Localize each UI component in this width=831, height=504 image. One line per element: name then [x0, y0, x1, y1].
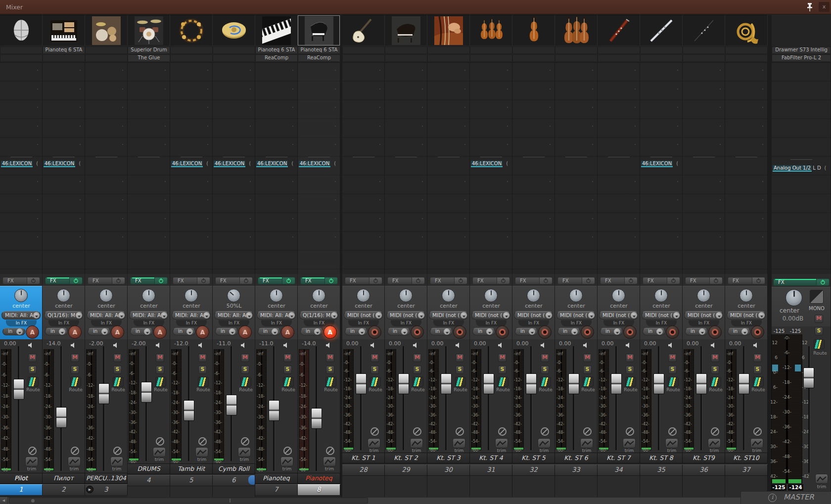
- fader-handle[interactable]: [98, 383, 109, 404]
- solo-button[interactable]: S: [283, 366, 292, 374]
- chevron-down-icon[interactable]: [161, 312, 167, 319]
- fx-slot-label[interactable]: [0, 54, 43, 62]
- info-icon[interactable]: i: [768, 494, 777, 502]
- master-output-send[interactable]: Analog Out 1/2L D(: [773, 165, 827, 172]
- fx-power-icon[interactable]: [582, 277, 595, 284]
- chevron-down-icon[interactable]: [33, 312, 40, 319]
- fader-track[interactable]: [145, 346, 147, 461]
- track-name[interactable]: Kt. ST 1: [342, 453, 385, 463]
- fx-slot-label[interactable]: [512, 46, 555, 54]
- fx-slot-label[interactable]: [85, 46, 128, 54]
- volume-readout[interactable]: -11.0: [255, 340, 279, 347]
- fx-slot-label[interactable]: [640, 54, 683, 62]
- send-name[interactable]: 46:LEXICON: [44, 161, 75, 167]
- fx-button[interactable]: FX: [88, 277, 125, 284]
- solo-button[interactable]: S: [626, 366, 634, 374]
- chevron-down-icon[interactable]: [203, 312, 210, 319]
- pan-knob[interactable]: [442, 289, 455, 302]
- fader-track[interactable]: [103, 346, 104, 471]
- fx-slot-label[interactable]: ReaComp: [298, 54, 340, 62]
- chevron-down-icon[interactable]: [699, 328, 705, 335]
- volume-readout[interactable]: 0.00: [598, 340, 621, 347]
- fader-handle[interactable]: [13, 379, 24, 400]
- close-button[interactable]: x: [819, 2, 830, 12]
- volume-readout[interactable]: -14.0: [43, 340, 66, 347]
- fx-slot-label[interactable]: [683, 54, 725, 62]
- send-name[interactable]: 46:LEXICON: [214, 161, 245, 167]
- fx-button[interactable]: FX: [2, 277, 40, 284]
- track-name[interactable]: Pilot: [0, 473, 43, 484]
- mute-button[interactable]: M: [456, 354, 464, 362]
- volume-readout[interactable]: -14.0: [298, 340, 322, 347]
- fader-track[interactable]: [18, 346, 19, 471]
- output-name[interactable]: Analog Out 1/2: [773, 165, 812, 172]
- record-arm-button[interactable]: [581, 325, 594, 339]
- track-icon-bass-guitar[interactable]: [342, 15, 385, 46]
- mute-button[interactable]: M: [583, 354, 592, 362]
- send-name[interactable]: 46:LEXICON: [471, 161, 503, 167]
- mute-button[interactable]: M: [326, 354, 334, 362]
- phase-button[interactable]: [413, 427, 421, 436]
- solo-button[interactable]: S: [198, 366, 207, 374]
- send-slot[interactable]: 46:LEXICON(: [171, 161, 208, 168]
- volume-readout[interactable]: -2.00: [85, 340, 109, 347]
- master-fader-track[interactable]: [808, 346, 810, 473]
- chevron-down-icon[interactable]: [16, 328, 23, 335]
- phase-button[interactable]: [583, 427, 592, 436]
- track-name[interactable]: DRUMS: [128, 463, 170, 474]
- send-name[interactable]: 46:LEXICON: [256, 161, 288, 167]
- mute-button[interactable]: M: [413, 354, 421, 362]
- record-arm-button[interactable]: [666, 325, 679, 339]
- phase-button[interactable]: [28, 447, 37, 455]
- track-icon-violin-pizz[interactable]: [427, 15, 470, 46]
- route-button[interactable]: [455, 377, 466, 387]
- send-slot[interactable]: 46:LEXICON(: [1, 161, 38, 168]
- fx-slot-label[interactable]: [43, 54, 85, 62]
- fx-slot-label[interactable]: [213, 46, 255, 54]
- scrollbar-left-arrow[interactable]: ◀: [0, 497, 8, 504]
- trim-button[interactable]: [410, 438, 423, 448]
- solo-button[interactable]: S: [326, 366, 334, 374]
- trim-button[interactable]: [368, 438, 380, 448]
- fx-button[interactable]: FX: [643, 277, 680, 284]
- pan-knob[interactable]: [270, 289, 283, 302]
- solo-button[interactable]: S: [498, 366, 507, 374]
- phase-button[interactable]: [198, 437, 207, 446]
- fader-handle[interactable]: [526, 373, 537, 394]
- trim-button[interactable]: [110, 457, 123, 466]
- phase-button[interactable]: [370, 427, 379, 436]
- fx-slot-label[interactable]: ReaComp: [255, 54, 298, 62]
- fx-button[interactable]: FX: [345, 277, 382, 284]
- play-indicator-icon[interactable]: ▶: [86, 486, 93, 493]
- track-number[interactable]: 32: [512, 464, 555, 475]
- master-fader-handle[interactable]: [803, 367, 814, 388]
- track-icon-piano-keys[interactable]: [255, 15, 298, 46]
- track-name[interactable]: Kt. ST 2: [385, 453, 427, 463]
- volume-readout[interactable]: 0.00: [342, 340, 366, 347]
- send-slot[interactable]: 46:LEXICON(: [471, 161, 508, 168]
- mute-button[interactable]: M: [626, 354, 634, 362]
- mono-button[interactable]: [810, 290, 824, 304]
- track-icon-drum-kit[interactable]: [128, 15, 170, 46]
- fader-handle[interactable]: [356, 373, 367, 394]
- track-icon-piano-gui[interactable]: [43, 15, 85, 46]
- fx-power-icon[interactable]: [752, 277, 765, 284]
- send-name[interactable]: 46:LEXICON: [1, 161, 33, 167]
- fx-button[interactable]: FX: [173, 277, 210, 284]
- trim-button[interactable]: [280, 457, 293, 466]
- pan-knob[interactable]: [739, 289, 753, 302]
- volume-readout[interactable]: 0.00: [683, 340, 706, 347]
- track-name[interactable]: Kt. ST 3: [427, 453, 470, 463]
- fader-handle[interactable]: [611, 373, 622, 394]
- chevron-down-icon[interactable]: [401, 328, 408, 335]
- chevron-down-icon[interactable]: [461, 312, 467, 319]
- fader-handle[interactable]: [184, 400, 194, 421]
- send-slot[interactable]: 46:LEXICON(: [641, 161, 678, 168]
- solo-button[interactable]: S: [241, 366, 249, 374]
- solo-button[interactable]: S: [541, 366, 549, 374]
- volume-readout[interactable]: -12.0: [170, 340, 194, 347]
- fader-handle[interactable]: [696, 373, 707, 394]
- chevron-down-icon[interactable]: [272, 328, 278, 335]
- master-route-button[interactable]: [814, 339, 825, 349]
- trim-button[interactable]: [25, 457, 38, 466]
